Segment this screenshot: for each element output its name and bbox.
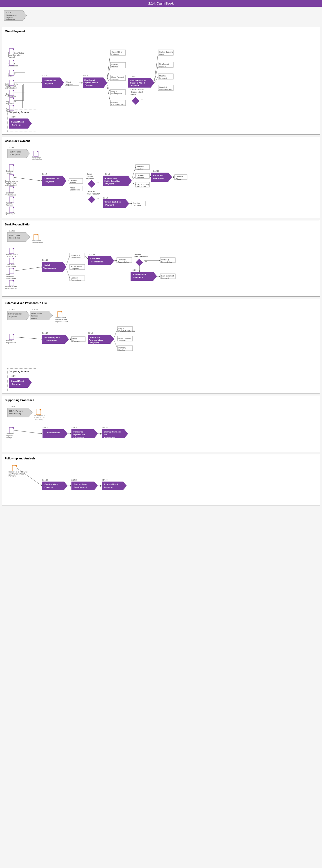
svg-line-68 [107,65,110,80]
svg-text:Payment?: Payment? [86,178,94,180]
svg-text:Entered: Entered [70,182,76,183]
svg-text:Pre-Payments: Pre-Payments [5,194,16,196]
svg-text:BDR General: BDR General [6,14,17,16]
svg-text:Partially Paid Invoice: Partially Paid Invoice [119,330,135,332]
svg-text:Unmatched: Unmatched [71,254,80,256]
svg-line-343 [17,468,42,486]
svg-text:Statement: Statement [6,276,14,278]
svg-line-238 [85,256,88,259]
svg-text:Information: Information [104,436,115,438]
svg-line-137 [14,177,42,181]
svg-text:Cancel Customer: Cancel Customer [130,79,147,82]
svg-text:Payment: Payment [85,84,93,86]
svg-marker-245 [136,259,143,266]
svg-text:2.14.14: 2.14.14 [133,269,138,271]
svg-text:Customer: Customer [6,433,14,434]
svg-text:Payment: Payment [31,315,38,317]
svg-text:Parked: Parked [6,202,11,204]
svg-text:of Cash Box: of Cash Box [32,158,42,160]
svg-text:Queries Mixed: Queries Mixed [44,483,58,485]
svg-text:2.14.1: 2.14.1 [6,11,11,13]
svg-text:Cancel all: Cancel all [87,191,95,192]
svg-text:BDR for Payment: BDR for Payment [9,410,23,412]
svg-line-322 [14,430,42,434]
svg-text:Completed: Completed [71,268,79,270]
svg-text:Payment: Payment [45,181,54,183]
supporting-processes-diagram: 2.13.36 BDR for Payment File Traceabilit… [5,404,312,449]
svg-text:Payment,: Payment, [111,64,119,66]
svg-text:Follow Up: Follow Up [161,259,169,261]
svg-text:Queries Cash: Queries Cash [74,483,87,485]
svg-text:No: No [144,260,147,262]
svg-line-302 [114,339,118,339]
svg-text:Cash Book: Cash Book [6,264,15,266]
svg-text:Approved: Approved [119,340,126,342]
svg-rect-208 [9,268,14,274]
svg-line-102 [155,76,158,83]
svg-text:2.14.17: 2.14.17 [42,332,48,334]
svg-text:BDR for Cash: BDR for Cash [10,151,21,153]
svg-text:Check in Mixed: Check in Mixed [131,91,142,93]
svg-marker-105 [9,119,32,129]
svg-text:Traceability: Traceability [73,436,84,438]
cancel-mixed-payment-node: 2.14.5 Cancel Mixed Payment [9,115,34,130]
svg-text:2.14.16: 2.14.16 [42,479,48,481]
svg-text:Payment: Payment [8,56,15,58]
svg-text:About Bank: About Bank [32,240,41,242]
svg-marker-324 [42,429,68,438]
svg-text:Cash Box: Cash Box [133,202,141,204]
svg-text:Payment: Payment [90,342,99,344]
svg-text:Receipt: Receipt [6,437,12,439]
external-mixed-title: External Mixed Payment On File [5,302,317,304]
svg-text:Payment on File: Payment on File [55,321,68,323]
svg-text:BDR for External: BDR for External [8,313,22,315]
svg-text:Payment: Payment [105,204,114,206]
external-mixed-diagram: 2.14.15 BDR for External Payments 2.14.1… [5,306,312,369]
svg-text:Cash Receipts?: Cash Receipts? [87,193,100,195]
svg-text:No: No [97,197,99,199]
svg-text:Payment File: Payment File [6,342,17,344]
svg-text:Payment: Payment [44,486,53,488]
svg-text:BDR for Bank: BDR for Bank [9,235,20,236]
cash-box-payment-diagram: 2.14.6 BDR for Cash Box Payment Descript… [5,145,312,215]
followup-title: Follow-up and Analysis [5,457,317,460]
supporting-processes-section: Supporting Processes 2.13.36 BDR for Pay… [2,396,320,452]
svg-line-174 [132,183,136,185]
svg-text:Box Payment: Box Payment [10,153,20,155]
svg-text:2.14.13: 2.14.13 [89,254,95,255]
svg-text:Printed: Printed [175,178,181,180]
svg-rect-8 [9,49,14,54]
svg-text:Payment: Payment [66,84,73,86]
svg-text:External Mixed: External Mixed [55,319,67,320]
svg-text:Customer Check: Customer Check [159,89,172,90]
svg-text:Transactions: Transactions [6,266,16,268]
svg-text:Check: Check [159,53,164,55]
followup-analysis-section: Follow-up and Analysis Description of Fo… [2,454,320,505]
svg-text:Cash Box: Cash Box [70,180,77,181]
svg-text:2.14.7: 2.14.7 [42,173,47,175]
svg-text:Supplier Invoice,: Supplier Invoice, [5,180,18,182]
svg-text:Transactions: Transactions [6,278,16,280]
svg-marker-280 [42,335,69,344]
svg-text:No: No [97,182,99,183]
svg-text:Matched: Matched [111,66,118,68]
svg-text:Payment: Payment [12,383,21,385]
svg-text:Follow Up: Follow Up [118,259,126,261]
svg-text:Payment: Payment [45,82,54,85]
svg-text:Enter Mixed: Enter Mixed [44,80,56,82]
svg-marker-152 [88,180,95,188]
svg-text:No: No [141,99,143,100]
svg-text:Cashed: Cashed [111,101,118,103]
supporting-process-label: Supporting Process [9,111,34,114]
svg-rect-338 [12,465,17,471]
mixed-payment-section: Mixed Payment Description of Set-up Basi… [2,27,320,134]
external-mixed-payment-section: External Mixed Payment On File 2.14.15 B… [2,299,320,394]
svg-line-172 [132,167,136,179]
svg-line-278 [14,337,42,339]
svg-text:Receipt: Receipt [31,317,37,319]
svg-text:Payment: Payment [104,486,113,488]
svg-text:Payment File: Payment File [73,434,85,436]
svg-text:Mixed Payment,: Mixed Payment, [119,337,131,339]
svg-text:Modify Cash Box: Modify Cash Box [104,180,120,182]
svg-text:Mixed: Mixed [72,338,77,340]
